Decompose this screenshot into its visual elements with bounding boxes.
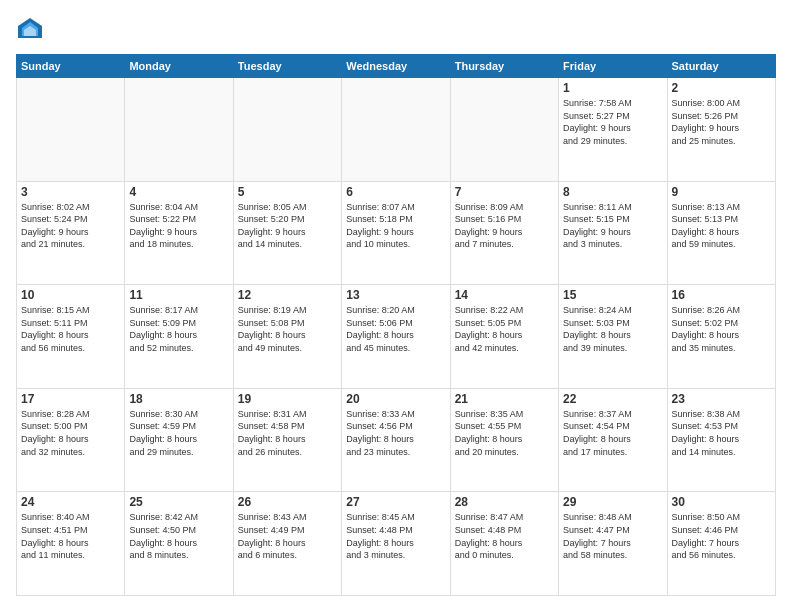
day-info: Sunrise: 8:02 AM Sunset: 5:24 PM Dayligh…	[21, 201, 120, 251]
day-info: Sunrise: 8:38 AM Sunset: 4:53 PM Dayligh…	[672, 408, 771, 458]
calendar-cell: 13Sunrise: 8:20 AM Sunset: 5:06 PM Dayli…	[342, 285, 450, 389]
calendar-cell: 23Sunrise: 8:38 AM Sunset: 4:53 PM Dayli…	[667, 388, 775, 492]
day-number: 19	[238, 392, 337, 406]
day-info: Sunrise: 8:50 AM Sunset: 4:46 PM Dayligh…	[672, 511, 771, 561]
day-info: Sunrise: 8:17 AM Sunset: 5:09 PM Dayligh…	[129, 304, 228, 354]
day-info: Sunrise: 8:35 AM Sunset: 4:55 PM Dayligh…	[455, 408, 554, 458]
calendar-cell: 21Sunrise: 8:35 AM Sunset: 4:55 PM Dayli…	[450, 388, 558, 492]
day-number: 29	[563, 495, 662, 509]
day-info: Sunrise: 8:15 AM Sunset: 5:11 PM Dayligh…	[21, 304, 120, 354]
day-number: 12	[238, 288, 337, 302]
weekday-header-friday: Friday	[559, 55, 667, 78]
day-number: 2	[672, 81, 771, 95]
day-number: 1	[563, 81, 662, 95]
day-number: 26	[238, 495, 337, 509]
day-number: 6	[346, 185, 445, 199]
day-info: Sunrise: 8:09 AM Sunset: 5:16 PM Dayligh…	[455, 201, 554, 251]
day-info: Sunrise: 8:07 AM Sunset: 5:18 PM Dayligh…	[346, 201, 445, 251]
day-number: 25	[129, 495, 228, 509]
calendar-cell: 26Sunrise: 8:43 AM Sunset: 4:49 PM Dayli…	[233, 492, 341, 596]
day-number: 9	[672, 185, 771, 199]
calendar-cell: 6Sunrise: 8:07 AM Sunset: 5:18 PM Daylig…	[342, 181, 450, 285]
calendar-cell: 9Sunrise: 8:13 AM Sunset: 5:13 PM Daylig…	[667, 181, 775, 285]
day-number: 14	[455, 288, 554, 302]
day-number: 4	[129, 185, 228, 199]
header	[16, 16, 776, 44]
logo	[16, 16, 48, 44]
day-number: 21	[455, 392, 554, 406]
day-info: Sunrise: 8:42 AM Sunset: 4:50 PM Dayligh…	[129, 511, 228, 561]
calendar: SundayMondayTuesdayWednesdayThursdayFrid…	[16, 54, 776, 596]
day-info: Sunrise: 8:11 AM Sunset: 5:15 PM Dayligh…	[563, 201, 662, 251]
calendar-cell	[17, 78, 125, 182]
day-info: Sunrise: 8:48 AM Sunset: 4:47 PM Dayligh…	[563, 511, 662, 561]
calendar-cell	[233, 78, 341, 182]
day-info: Sunrise: 8:13 AM Sunset: 5:13 PM Dayligh…	[672, 201, 771, 251]
calendar-cell: 20Sunrise: 8:33 AM Sunset: 4:56 PM Dayli…	[342, 388, 450, 492]
day-info: Sunrise: 7:58 AM Sunset: 5:27 PM Dayligh…	[563, 97, 662, 147]
calendar-cell: 22Sunrise: 8:37 AM Sunset: 4:54 PM Dayli…	[559, 388, 667, 492]
day-info: Sunrise: 8:05 AM Sunset: 5:20 PM Dayligh…	[238, 201, 337, 251]
day-number: 24	[21, 495, 120, 509]
day-number: 23	[672, 392, 771, 406]
calendar-cell: 15Sunrise: 8:24 AM Sunset: 5:03 PM Dayli…	[559, 285, 667, 389]
day-info: Sunrise: 8:30 AM Sunset: 4:59 PM Dayligh…	[129, 408, 228, 458]
day-info: Sunrise: 8:04 AM Sunset: 5:22 PM Dayligh…	[129, 201, 228, 251]
calendar-cell: 28Sunrise: 8:47 AM Sunset: 4:48 PM Dayli…	[450, 492, 558, 596]
day-info: Sunrise: 8:33 AM Sunset: 4:56 PM Dayligh…	[346, 408, 445, 458]
weekday-header-thursday: Thursday	[450, 55, 558, 78]
logo-icon	[16, 16, 44, 44]
day-number: 10	[21, 288, 120, 302]
day-number: 16	[672, 288, 771, 302]
week-row-2: 3Sunrise: 8:02 AM Sunset: 5:24 PM Daylig…	[17, 181, 776, 285]
calendar-cell: 3Sunrise: 8:02 AM Sunset: 5:24 PM Daylig…	[17, 181, 125, 285]
day-info: Sunrise: 8:24 AM Sunset: 5:03 PM Dayligh…	[563, 304, 662, 354]
day-info: Sunrise: 8:31 AM Sunset: 4:58 PM Dayligh…	[238, 408, 337, 458]
calendar-cell: 25Sunrise: 8:42 AM Sunset: 4:50 PM Dayli…	[125, 492, 233, 596]
calendar-cell: 11Sunrise: 8:17 AM Sunset: 5:09 PM Dayli…	[125, 285, 233, 389]
calendar-cell: 16Sunrise: 8:26 AM Sunset: 5:02 PM Dayli…	[667, 285, 775, 389]
day-number: 18	[129, 392, 228, 406]
calendar-cell: 7Sunrise: 8:09 AM Sunset: 5:16 PM Daylig…	[450, 181, 558, 285]
day-info: Sunrise: 8:45 AM Sunset: 4:48 PM Dayligh…	[346, 511, 445, 561]
calendar-cell: 10Sunrise: 8:15 AM Sunset: 5:11 PM Dayli…	[17, 285, 125, 389]
day-number: 17	[21, 392, 120, 406]
calendar-cell: 17Sunrise: 8:28 AM Sunset: 5:00 PM Dayli…	[17, 388, 125, 492]
weekday-header-sunday: Sunday	[17, 55, 125, 78]
weekday-header-tuesday: Tuesday	[233, 55, 341, 78]
day-number: 27	[346, 495, 445, 509]
week-row-5: 24Sunrise: 8:40 AM Sunset: 4:51 PM Dayli…	[17, 492, 776, 596]
weekday-header-row: SundayMondayTuesdayWednesdayThursdayFrid…	[17, 55, 776, 78]
calendar-cell: 2Sunrise: 8:00 AM Sunset: 5:26 PM Daylig…	[667, 78, 775, 182]
day-number: 28	[455, 495, 554, 509]
week-row-1: 1Sunrise: 7:58 AM Sunset: 5:27 PM Daylig…	[17, 78, 776, 182]
calendar-cell: 27Sunrise: 8:45 AM Sunset: 4:48 PM Dayli…	[342, 492, 450, 596]
day-info: Sunrise: 8:37 AM Sunset: 4:54 PM Dayligh…	[563, 408, 662, 458]
calendar-cell: 8Sunrise: 8:11 AM Sunset: 5:15 PM Daylig…	[559, 181, 667, 285]
calendar-cell: 29Sunrise: 8:48 AM Sunset: 4:47 PM Dayli…	[559, 492, 667, 596]
day-info: Sunrise: 8:28 AM Sunset: 5:00 PM Dayligh…	[21, 408, 120, 458]
day-number: 22	[563, 392, 662, 406]
calendar-cell	[125, 78, 233, 182]
day-info: Sunrise: 8:43 AM Sunset: 4:49 PM Dayligh…	[238, 511, 337, 561]
day-number: 5	[238, 185, 337, 199]
day-info: Sunrise: 8:19 AM Sunset: 5:08 PM Dayligh…	[238, 304, 337, 354]
calendar-cell: 5Sunrise: 8:05 AM Sunset: 5:20 PM Daylig…	[233, 181, 341, 285]
week-row-3: 10Sunrise: 8:15 AM Sunset: 5:11 PM Dayli…	[17, 285, 776, 389]
calendar-cell: 19Sunrise: 8:31 AM Sunset: 4:58 PM Dayli…	[233, 388, 341, 492]
calendar-cell: 30Sunrise: 8:50 AM Sunset: 4:46 PM Dayli…	[667, 492, 775, 596]
day-number: 15	[563, 288, 662, 302]
calendar-cell: 4Sunrise: 8:04 AM Sunset: 5:22 PM Daylig…	[125, 181, 233, 285]
calendar-cell: 1Sunrise: 7:58 AM Sunset: 5:27 PM Daylig…	[559, 78, 667, 182]
weekday-header-saturday: Saturday	[667, 55, 775, 78]
page: SundayMondayTuesdayWednesdayThursdayFrid…	[0, 0, 792, 612]
day-number: 7	[455, 185, 554, 199]
calendar-cell: 14Sunrise: 8:22 AM Sunset: 5:05 PM Dayli…	[450, 285, 558, 389]
weekday-header-wednesday: Wednesday	[342, 55, 450, 78]
day-number: 20	[346, 392, 445, 406]
weekday-header-monday: Monday	[125, 55, 233, 78]
day-number: 8	[563, 185, 662, 199]
day-info: Sunrise: 8:47 AM Sunset: 4:48 PM Dayligh…	[455, 511, 554, 561]
calendar-cell: 12Sunrise: 8:19 AM Sunset: 5:08 PM Dayli…	[233, 285, 341, 389]
day-number: 11	[129, 288, 228, 302]
